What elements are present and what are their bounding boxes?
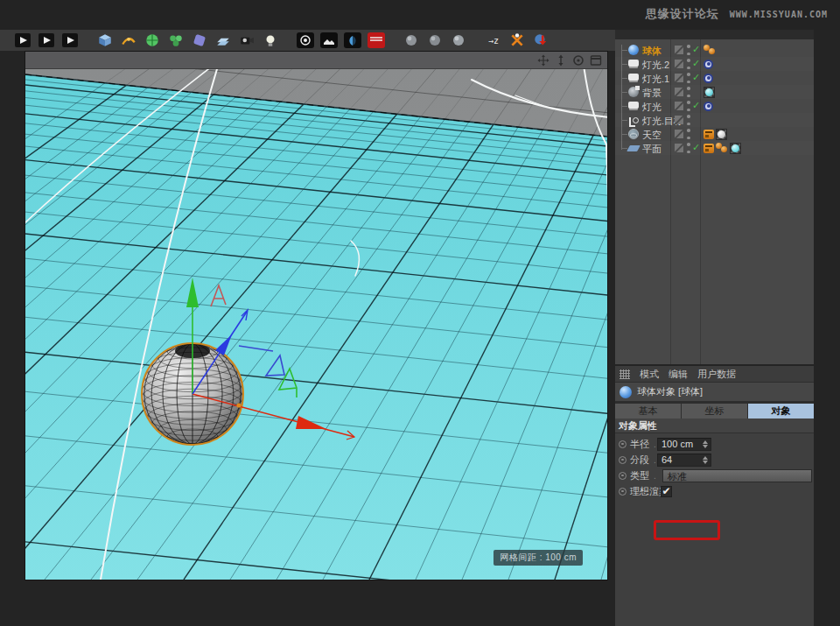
visibility-dots-icon[interactable]	[687, 45, 690, 55]
pan-view-icon[interactable]	[537, 54, 550, 67]
compositing-tag-icon[interactable]	[704, 130, 714, 139]
play-icon[interactable]	[12, 32, 33, 49]
coordinate-system-icon[interactable]: →z	[483, 32, 504, 49]
enabled-check-icon[interactable]	[692, 72, 703, 84]
enabled-check-icon[interactable]	[692, 44, 703, 56]
target-tag-icon[interactable]	[704, 74, 713, 83]
object-name[interactable]: 平面	[642, 143, 662, 156]
phong-tag-icon[interactable]	[716, 143, 728, 153]
layer-toggle-icon[interactable]	[675, 144, 683, 152]
disabled-tool-icon[interactable]	[424, 32, 445, 49]
disabled-tool-icon[interactable]	[448, 32, 469, 49]
material-tag-icon[interactable]	[730, 143, 741, 154]
object-row[interactable]: 灯光	[615, 99, 814, 113]
enabled-check-icon[interactable]	[692, 114, 703, 126]
object-name[interactable]: 球体	[642, 45, 662, 58]
plane-object[interactable]	[25, 74, 607, 580]
menu-user-data[interactable]: 用户数据	[697, 368, 736, 381]
viewport-scene[interactable]	[25, 69, 607, 580]
radius-input[interactable]	[658, 439, 700, 450]
viewport[interactable]: 网格间距 : 100 cm	[24, 51, 608, 580]
add-cube-icon[interactable]	[94, 32, 116, 49]
layer-toggle-icon[interactable]	[675, 74, 683, 82]
menu-edit[interactable]: 编辑	[668, 368, 688, 381]
array-icon[interactable]	[165, 32, 186, 49]
subdivision-surface-icon[interactable]	[142, 32, 163, 49]
object-name[interactable]: 灯光	[642, 101, 662, 114]
render-queue-icon[interactable]	[342, 32, 363, 49]
object-name[interactable]: 天空	[642, 129, 662, 142]
key-bullet-icon[interactable]	[619, 472, 626, 480]
layer-toggle-icon[interactable]	[675, 60, 683, 68]
layer-toggle-icon[interactable]	[675, 102, 683, 110]
panel-grip-icon[interactable]	[620, 369, 630, 379]
visibility-dots-icon[interactable]	[687, 73, 690, 83]
floor-icon[interactable]	[213, 32, 234, 49]
enabled-check-icon[interactable]	[692, 86, 703, 98]
viewport-header	[25, 52, 607, 69]
enabled-check-icon[interactable]	[692, 128, 703, 140]
enabled-check-icon[interactable]	[692, 142, 703, 154]
layer-toggle-icon[interactable]	[675, 88, 683, 96]
visibility-dots-icon[interactable]	[687, 87, 690, 97]
type-dropdown[interactable]: 标准	[662, 469, 812, 482]
visibility-dots-icon[interactable]	[687, 129, 690, 139]
tab-object[interactable]: 对象	[748, 404, 814, 419]
dolly-view-icon[interactable]	[555, 54, 567, 67]
material-tag-icon[interactable]	[716, 129, 727, 140]
menu-mode[interactable]: 模式	[640, 368, 659, 381]
attribute-row-type: 类型 . . 标准	[615, 468, 814, 483]
camera-icon[interactable]	[236, 32, 257, 49]
object-row[interactable]: 灯光.目标	[615, 113, 814, 127]
visibility-dots-icon[interactable]	[687, 143, 690, 153]
enabled-check-icon[interactable]	[692, 100, 703, 112]
target-tag-icon[interactable]	[704, 102, 713, 111]
layer-toggle-icon[interactable]	[675, 116, 683, 124]
object-row[interactable]: 球体	[615, 43, 814, 57]
segments-input[interactable]	[658, 454, 700, 466]
render-picture-viewer-icon[interactable]	[318, 32, 340, 49]
attribute-row-render-perfect: 理想渲染	[615, 483, 814, 499]
material-tag-icon[interactable]	[704, 87, 715, 98]
enabled-check-icon[interactable]	[692, 58, 703, 70]
attribute-row-radius: 半径 . .	[615, 436, 814, 452]
light-icon	[628, 74, 639, 81]
render-view-icon[interactable]	[295, 32, 316, 49]
disabled-tool-icon[interactable]	[401, 32, 422, 49]
rotate-view-icon[interactable]	[572, 54, 584, 67]
layer-toggle-icon[interactable]	[675, 46, 683, 54]
phong-tag-icon[interactable]	[704, 45, 716, 55]
workplane-icon[interactable]	[530, 32, 551, 49]
light-icon[interactable]	[260, 32, 281, 49]
bend-deformer-icon[interactable]	[189, 32, 210, 49]
tab-coordinates[interactable]: 坐标	[682, 404, 747, 419]
visibility-dots-icon[interactable]	[687, 101, 690, 111]
axis-lock-icon[interactable]	[507, 32, 528, 49]
object-name[interactable]: 灯光.1	[642, 73, 669, 86]
target-tag-icon[interactable]	[704, 60, 713, 69]
render-settings-icon[interactable]	[366, 32, 387, 49]
visibility-dots-icon[interactable]	[687, 115, 690, 125]
render-perfect-checkbox[interactable]	[661, 486, 672, 497]
axis-handle-dot[interactable]	[236, 403, 241, 407]
pen-spline-icon[interactable]	[118, 32, 139, 49]
stepper-icon[interactable]	[700, 439, 710, 450]
object-row[interactable]: 灯光.2	[615, 57, 814, 71]
play-icon[interactable]	[60, 32, 80, 49]
compositing-tag-icon[interactable]	[704, 144, 714, 153]
tab-basic[interactable]: 基本	[615, 404, 681, 419]
object-row[interactable]: 灯光.1	[615, 71, 814, 85]
object-name[interactable]: 灯光.2	[642, 59, 669, 72]
stepper-icon[interactable]	[700, 454, 710, 466]
key-bullet-icon[interactable]	[619, 456, 626, 464]
object-row[interactable]: 背景	[615, 85, 814, 99]
object-name[interactable]: 背景	[642, 87, 662, 100]
play-icon[interactable]	[36, 32, 57, 49]
maximize-view-icon[interactable]	[590, 54, 602, 67]
object-row[interactable]: 平面	[615, 141, 814, 155]
object-row[interactable]: 天空	[615, 127, 814, 141]
layer-toggle-icon[interactable]	[675, 130, 683, 138]
visibility-dots-icon[interactable]	[687, 59, 690, 69]
key-bullet-icon[interactable]	[619, 440, 626, 448]
key-bullet-icon[interactable]	[619, 488, 626, 496]
